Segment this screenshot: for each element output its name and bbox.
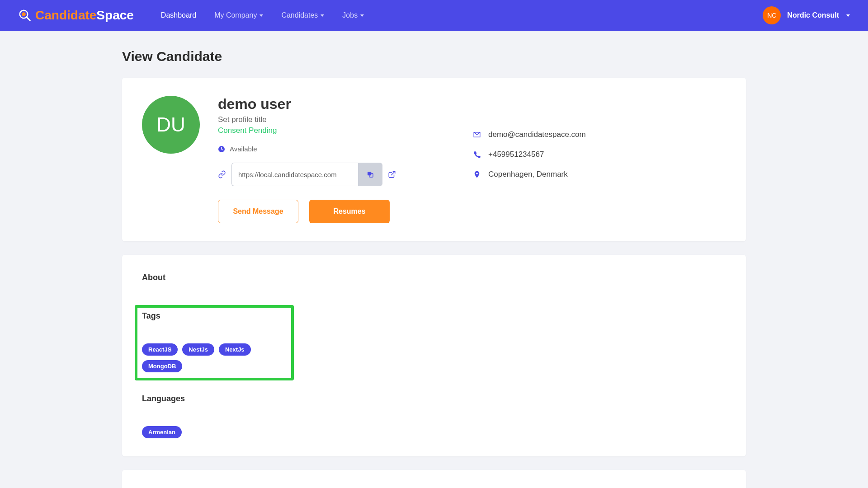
chevron-down-icon	[360, 14, 364, 17]
candidate-name: demo user	[218, 96, 455, 113]
logo[interactable]: CandidateSpace	[18, 8, 134, 23]
nav-menu: Dashboard My Company Candidates Jobs	[161, 11, 763, 19]
profile-card: DU demo user Set profile title Consent P…	[122, 78, 746, 241]
logo-icon	[18, 9, 32, 22]
link-icon	[218, 170, 226, 178]
user-name: Nordic Consult	[787, 11, 839, 19]
candidate-avatar: DU	[142, 96, 200, 154]
copy-url-button[interactable]	[358, 163, 382, 186]
chevron-down-icon	[846, 14, 850, 17]
tag-pill[interactable]: NextJs	[219, 343, 251, 356]
nav-jobs-label: Jobs	[342, 11, 358, 19]
candidate-phone: +459951234567	[488, 150, 544, 159]
top-nav: CandidateSpace Dashboard My Company Cand…	[0, 0, 868, 31]
tag-pill[interactable]: ReactJS	[142, 343, 178, 356]
clock-icon	[218, 145, 225, 153]
chevron-down-icon	[321, 14, 324, 17]
nav-dashboard[interactable]: Dashboard	[161, 11, 196, 19]
chevron-down-icon	[259, 14, 263, 17]
svg-point-6	[476, 173, 478, 174]
language-pill[interactable]: Armenian	[142, 426, 182, 438]
open-external-button[interactable]	[388, 170, 396, 178]
candidate-title: Set profile title	[218, 115, 455, 124]
svg-line-2	[27, 17, 30, 21]
nav-my-company[interactable]: My Company	[214, 11, 263, 19]
nav-jobs[interactable]: Jobs	[342, 11, 364, 19]
tag-pill[interactable]: NestJs	[182, 343, 214, 356]
svg-point-1	[22, 12, 26, 16]
nav-candidates[interactable]: Candidates	[281, 11, 324, 19]
page-title: View Candidate	[122, 49, 746, 64]
copy-icon	[366, 170, 374, 178]
languages-heading: Languages	[142, 394, 726, 404]
profile-url-input[interactable]	[231, 163, 358, 186]
external-link-icon	[388, 170, 396, 178]
availability-text: Available	[230, 145, 257, 153]
about-heading: About	[142, 273, 726, 282]
user-menu[interactable]: NC Nordic Consult	[763, 6, 850, 24]
nav-my-company-label: My Company	[214, 11, 257, 19]
candidate-email: demo@candidatespace.com	[488, 130, 586, 139]
nav-candidates-label: Candidates	[281, 11, 318, 19]
email-icon	[473, 131, 481, 139]
phone-icon	[473, 150, 481, 159]
about-card: About Tags ReactJSNestJsNextJsMongoDB La…	[122, 255, 746, 456]
send-message-button[interactable]: Send Message	[218, 200, 298, 223]
user-avatar: NC	[763, 6, 781, 24]
notes-card: Notes (0 )	[122, 470, 746, 488]
location-icon	[473, 170, 481, 178]
logo-text-2: Space	[96, 8, 134, 23]
resumes-button[interactable]: Resumes	[309, 200, 390, 223]
tag-pill[interactable]: MongoDB	[142, 360, 182, 372]
tags-section: Tags ReactJSNestJsNextJsMongoDB	[135, 305, 294, 380]
svg-rect-5	[368, 172, 371, 175]
consent-status: Consent Pending	[218, 126, 455, 135]
tags-heading: Tags	[142, 311, 287, 321]
candidate-location: Copenhagen, Denmark	[488, 170, 568, 179]
logo-text-1: Candidate	[35, 8, 96, 23]
